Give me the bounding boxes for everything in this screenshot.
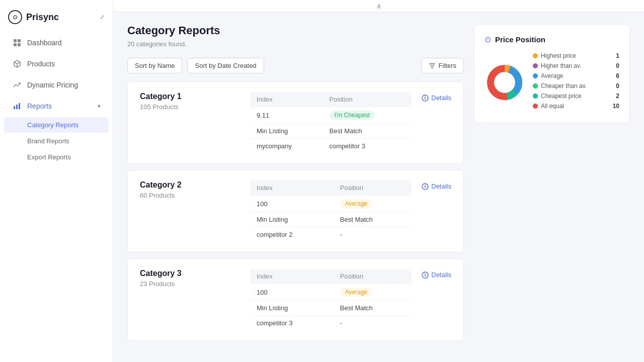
legend-count: 0	[616, 62, 619, 69]
category-card: Category 3 23 Products Index Position 10…	[127, 258, 464, 341]
box-icon	[12, 59, 22, 69]
logo-icon: ⊙	[8, 10, 22, 24]
position-badge: Average	[334, 196, 412, 212]
svg-point-24	[495, 72, 515, 93]
app-name: Prisync	[26, 12, 59, 23]
table-row: 9.11 I'm Cheapest	[251, 107, 412, 124]
content-area: Category Reports 20 categories found. So…	[113, 12, 644, 362]
category-name: Category 3	[140, 269, 240, 278]
trending-up-icon	[12, 80, 22, 90]
col-header-index: Index	[251, 180, 334, 196]
sidebar-label-brand-reports: Brand Reports	[27, 137, 69, 145]
collapse-chevron-icon[interactable]: ∧	[376, 2, 381, 10]
legend-dot	[533, 73, 538, 78]
sidebar: ⊙ Prisync ⤢ Dashboard Products	[0, 0, 113, 362]
sidebar-item-dynamic-pricing[interactable]: Dynamic Pricing	[4, 75, 109, 95]
min-listing-value: competitor 2	[251, 227, 334, 242]
page-subtitle: 20 categories found.	[127, 40, 464, 48]
sidebar-item-dashboard[interactable]: Dashboard	[4, 33, 109, 53]
category-table-wrap: Index Position 9.11 I'm Cheapest Min Lis…	[251, 92, 412, 153]
category-info: Category 2 60 Products	[140, 180, 240, 199]
toolbar: Sort by Name Sort by Date Created Filter…	[127, 58, 464, 73]
page-title: Category Reports	[127, 24, 464, 37]
category-table-wrap: Index Position 100 Average Min Listing B…	[251, 269, 412, 330]
best-match-value: -	[334, 227, 412, 242]
category-table-wrap: Index Position 100 Average Min Listing B…	[251, 180, 412, 242]
legend-item-cheapest: Cheapest price 2	[533, 93, 619, 100]
table-row: 100 Average	[251, 196, 412, 212]
sidebar-item-export-reports[interactable]: Export Reports	[4, 149, 109, 165]
sidebar-item-category-reports[interactable]: Category Reports	[4, 117, 109, 133]
legend-item-cheaper: Cheaper than av. 0	[533, 82, 619, 89]
price-widget-header: ⊙ Price Position	[485, 35, 619, 44]
sidebar-item-reports[interactable]: Reports ▾	[4, 96, 109, 116]
logo-area: ⊙ Prisync ⤢	[0, 0, 113, 32]
legend-dot	[533, 104, 538, 109]
table-row: competitor 3 -	[251, 316, 412, 331]
legend-count: 6	[616, 72, 619, 79]
category-info: Category 3 23 Products	[140, 269, 240, 288]
min-listing-value: mycompany	[251, 139, 324, 154]
sidebar-collapse-button[interactable]: ⤢	[100, 14, 105, 21]
legend-dot	[533, 53, 538, 58]
main-area: ∧ Category Reports 20 categories found. …	[113, 0, 644, 362]
table-row: Min Listing Best Match	[251, 301, 412, 316]
table-row: 100 Average	[251, 284, 412, 301]
best-match-value: -	[334, 316, 412, 331]
best-match-value: competitor 3	[324, 139, 412, 154]
sort-by-date-button[interactable]: Sort by Date Created	[187, 58, 264, 73]
category-info: Category 1 105 Products	[140, 92, 240, 111]
col-header-index: Index	[251, 92, 324, 107]
filters-button[interactable]: Filters	[421, 58, 464, 73]
details-link[interactable]: Details	[422, 92, 451, 104]
sidebar-item-brand-reports[interactable]: Brand Reports	[4, 133, 109, 149]
category-name: Category 1	[140, 92, 240, 101]
sidebar-label-reports: Reports	[27, 102, 93, 110]
col-header-position: Position	[334, 180, 412, 196]
sidebar-label-category-reports: Category Reports	[27, 121, 78, 129]
category-table: Index Position 9.11 I'm Cheapest Min Lis…	[251, 92, 412, 153]
min-listing-label: Min Listing	[251, 301, 334, 316]
legend-item-highest: Highest price 1	[533, 52, 619, 59]
best-match-label: Best Match	[324, 124, 412, 139]
svg-rect-3	[18, 43, 21, 46]
filters-label: Filters	[439, 62, 456, 69]
category-card: Category 2 60 Products Index Position 10…	[127, 170, 464, 252]
category-product-count: 105 Products	[140, 103, 240, 111]
price-widget-icon: ⊙	[485, 35, 491, 44]
price-widget-title: Price Position	[495, 35, 545, 44]
reports-sub-nav: Category Reports Brand Reports Export Re…	[0, 117, 113, 165]
legend-dot	[533, 94, 538, 99]
category-table: Index Position 100 Average Min Listing B…	[251, 269, 412, 330]
legend-item-higher: Higher than av. 0	[533, 62, 619, 69]
table-row: Min Listing Best Match	[251, 212, 412, 227]
svg-rect-1	[18, 39, 21, 42]
table-row: Min Listing Best Match	[251, 124, 412, 139]
details-link[interactable]: Details	[422, 180, 451, 192]
legend-count: 0	[616, 82, 619, 89]
legend-label: Average	[541, 72, 613, 79]
details-icon	[422, 272, 429, 279]
position-badge: Average	[334, 284, 412, 301]
legend-item-equal: All equal 10	[533, 103, 619, 110]
filter-icon	[429, 62, 436, 69]
index-value: 9.11	[251, 107, 324, 124]
sidebar-label-dashboard: Dashboard	[27, 39, 101, 47]
col-header-index: Index	[251, 269, 334, 284]
sidebar-item-products[interactable]: Products	[4, 54, 109, 74]
category-card: Category 1 105 Products Index Position 9…	[127, 81, 464, 164]
sidebar-label-dynamic-pricing: Dynamic Pricing	[27, 81, 101, 89]
position-badge: I'm Cheapest	[324, 107, 412, 124]
legend-dot	[533, 83, 538, 88]
sort-by-name-button[interactable]: Sort by Name	[127, 58, 182, 73]
donut-chart	[485, 62, 525, 103]
svg-point-13	[425, 96, 426, 97]
min-listing-value: competitor 3	[251, 316, 334, 331]
legend-count: 2	[616, 93, 619, 100]
sidebar-label-export-reports: Export Reports	[27, 153, 71, 161]
svg-rect-2	[14, 43, 17, 46]
bar-chart-icon	[12, 101, 22, 111]
details-link[interactable]: Details	[422, 269, 451, 281]
details-icon	[422, 95, 429, 102]
col-header-position: Position	[334, 269, 412, 284]
